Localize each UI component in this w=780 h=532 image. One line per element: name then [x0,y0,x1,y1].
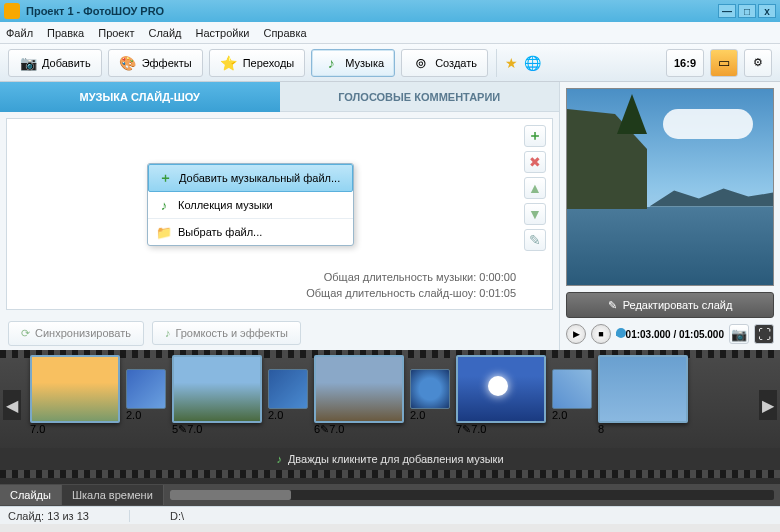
music-icon: ♪ [322,54,340,72]
fullscreen-button[interactable]: ⛶ [754,324,774,344]
menu-choose-file[interactable]: 📁Выбрать файл... [148,219,353,245]
add-button[interactable]: 📷Добавить [8,49,102,77]
folder-icon: 📁 [156,224,172,240]
slide-thumb[interactable] [314,355,404,423]
plus-icon: ＋ [157,170,173,186]
seek-slider[interactable] [616,332,621,336]
remove-track-button[interactable]: ✖ [524,151,546,173]
menu-slide[interactable]: Слайд [148,27,181,39]
slide-thumb[interactable] [172,355,262,423]
snapshot-button[interactable]: 📷 [729,324,749,344]
create-button[interactable]: ⊚Создать [401,49,488,77]
scroll-left-button[interactable]: ◀ [3,390,21,420]
menu-edit[interactable]: Правка [47,27,84,39]
palette-icon: 🎨 [119,54,137,72]
edit-icon[interactable]: ✎ [462,423,471,435]
menu-music-collection[interactable]: ♪Коллекция музыки [148,192,353,219]
scroll-right-button[interactable]: ▶ [759,390,777,420]
preview-panel [566,88,774,286]
globe-icon[interactable]: 🌐 [524,55,541,71]
play-button[interactable]: ▶ [566,324,586,344]
menu-file[interactable]: Файл [6,27,33,39]
camera-icon: 📷 [19,54,37,72]
pencil-icon: ✎ [608,299,617,312]
slide-thumb[interactable] [598,355,688,423]
move-down-button[interactable]: ▼ [524,203,546,225]
menu-add-music-file[interactable]: ＋Добавить музыкальный файл... [148,164,353,192]
tab-slideshow-music[interactable]: МУЗЫКА СЛАЙД-ШОУ [0,82,280,112]
aspect-ratio-button[interactable]: 16:9 [666,49,704,77]
note-icon: ♪ [165,327,171,339]
layout-button[interactable]: ▭ [710,49,738,77]
tab-timeline[interactable]: Шкала времени [62,485,164,505]
main-toolbar: 📷Добавить 🎨Эффекты ⭐Переходы ♪Музыка ⊚Со… [0,44,780,82]
transition-thumb[interactable] [268,369,308,409]
slide-thumb[interactable] [30,355,120,423]
timecode: 01:03.000 / 01:05.000 [626,329,724,340]
tab-voice-comments[interactable]: ГОЛОСОВЫЕ КОММЕНТАРИИ [280,82,560,112]
sync-button[interactable]: ⟳Синхронизировать [8,321,144,346]
slide-thumb[interactable] [456,355,546,423]
music-button[interactable]: ♪Музыка [311,49,395,77]
edit-icon[interactable]: ✎ [178,423,187,435]
duration-info: Общая длительность музыки: 0:00:00 Общая… [306,270,516,301]
tab-slides[interactable]: Слайды [0,485,62,505]
disc-icon: ⊚ [412,54,430,72]
menubar: Файл Правка Проект Слайд Настройки Справ… [0,22,780,44]
close-button[interactable]: х [758,4,776,18]
volume-effects-button[interactable]: ♪Громкость и эффекты [152,321,301,345]
slide-count: Слайд: 13 из 13 [8,510,89,522]
add-music-menu: ＋Добавить музыкальный файл... ♪Коллекция… [147,163,354,246]
menu-help[interactable]: Справка [263,27,306,39]
titlebar: Проект 1 - ФотоШОУ PRO — □ х [0,0,780,22]
timeline-tabs: Слайды Шкала времени [0,484,780,506]
menu-settings[interactable]: Настройки [196,27,250,39]
effects-button[interactable]: 🎨Эффекты [108,49,203,77]
minimize-button[interactable]: — [718,4,736,18]
window-title: Проект 1 - ФотоШОУ PRO [26,5,164,17]
statusbar: Слайд: 13 из 13 D:\ [0,506,780,524]
move-up-button[interactable]: ▲ [524,177,546,199]
edit-slide-button[interactable]: ✎Редактировать слайд [566,292,774,318]
project-path: D:\ [170,510,184,522]
transitions-button[interactable]: ⭐Переходы [209,49,306,77]
transition-thumb[interactable] [126,369,166,409]
menu-project[interactable]: Проект [98,27,134,39]
transition-thumb[interactable] [552,369,592,409]
timeline-panel: ◀ ▶ 7.0 2.0 5✎7.0 2.0 6✎7.0 2.0 7✎7.0 2.… [0,350,780,484]
stop-button[interactable]: ■ [591,324,611,344]
maximize-button[interactable]: □ [738,4,756,18]
music-list-area: ＋ ✖ ▲ ▼ ✎ ＋Добавить музыкальный файл... … [6,118,553,310]
settings-button[interactable]: ⚙ [744,49,772,77]
edit-icon[interactable]: ✎ [320,423,329,435]
star-icon: ⭐ [220,54,238,72]
app-icon [4,3,20,19]
note-icon: ♪ [276,453,282,465]
sync-icon: ⟳ [21,327,30,340]
add-track-button[interactable]: ＋ [524,125,546,147]
eyedropper-button[interactable]: ✎ [524,229,546,251]
timeline-scrollbar[interactable] [170,490,774,500]
transition-thumb[interactable] [410,369,450,409]
favorite-icon[interactable]: ★ [505,55,518,71]
gear-icon: ⚙ [753,56,763,69]
note-icon: ♪ [156,197,172,213]
